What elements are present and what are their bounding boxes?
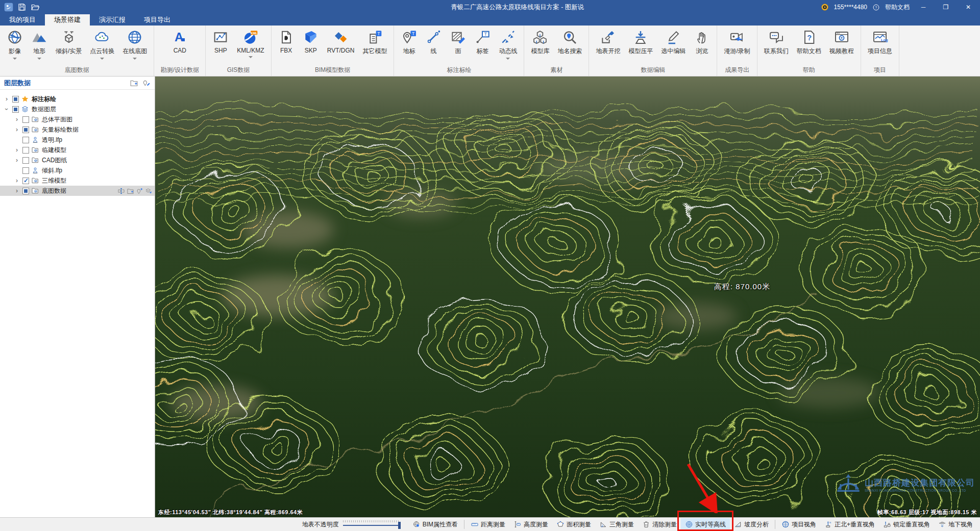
tab-my-projects[interactable]: 我的项目 [0, 14, 45, 26]
add-folder-icon[interactable] [127, 187, 134, 195]
slider-handle[interactable] [398, 522, 401, 529]
ribbon-button-kml-kmz[interactable]: KMLKML/KMZ [233, 28, 267, 59]
ribbon-button-roam-record[interactable]: 漫游/录制 [720, 28, 753, 61]
layer-row-basemap-data[interactable]: ›底图数据 [0, 186, 155, 196]
svg-text:?: ? [875, 6, 877, 9]
ribbon-button-pointcloud-convert[interactable]: 点云转换 [86, 28, 118, 61]
view-stats-readout: 帧率:68.63 层级:17 视地面:898.15 米 [877, 509, 977, 516]
vip-coin-icon[interactable] [821, 3, 829, 11]
layer-row-vector-plot-data[interactable]: ›矢量标绘数据 [0, 124, 155, 135]
ribbon-group-label: 勘测/设计数据 [154, 65, 205, 76]
minimize-button[interactable]: ─ [915, 0, 932, 14]
roam-record-icon [729, 29, 745, 45]
layer-checkbox[interactable] [22, 157, 29, 164]
ribbon-group-label: 标注标绘 [394, 65, 524, 76]
lock-vertical-view-button[interactable]: 锁定垂直视角 [879, 518, 934, 531]
bim-attr-view-button[interactable]: BIM属性查看 [408, 518, 462, 531]
user-account[interactable]: 155****4480 [834, 4, 867, 11]
layer-checkbox[interactable] [22, 178, 29, 184]
save-icon[interactable] [17, 3, 27, 12]
map-viewport[interactable]: 高程: 870.00米 东经:113°45'04.53" 北纬:38°19'44… [155, 77, 980, 517]
ribbon-button-place-search[interactable]: 地名搜索 [554, 28, 585, 61]
help-doc-link[interactable]: 帮助文档 [885, 3, 910, 12]
triangle-measure-icon [599, 520, 607, 528]
layer-row-temp-model[interactable]: ›临建模型 [0, 145, 155, 155]
surface-opacity-slider[interactable] [343, 520, 403, 528]
draw-placemark-icon[interactable] [142, 79, 151, 87]
rename-icon[interactable] [117, 187, 125, 195]
expander-icon[interactable]: › [13, 177, 20, 184]
ribbon-button-video-tutorial[interactable]: 视频教程 [826, 28, 857, 61]
ribbon-button-cad[interactable]: ACAD [168, 28, 191, 59]
underground-view-button[interactable]: 地下视角 [934, 518, 977, 531]
ribbon-button-fbx[interactable]: FBX [275, 28, 298, 59]
ribbon-button-contact-us[interactable]: 联系我们 [761, 28, 792, 61]
north-vertical-view-button[interactable]: N正北+垂直视角 [820, 518, 879, 531]
ribbon-button-help-doc[interactable]: ?帮助文档 [793, 28, 825, 61]
ribbon-button-model-library[interactable]: 模型库 [527, 28, 553, 61]
ribbon-button-browse[interactable]: 浏览 [690, 28, 714, 61]
ribbon-button-online-basemap[interactable]: 在线底图 [119, 28, 151, 61]
layer-row-3d-model[interactable]: ›三维模型 [0, 175, 155, 186]
add-placemark-icon[interactable] [136, 187, 143, 195]
layer-row-oblique-lfp[interactable]: 倾斜.lfp [0, 165, 155, 175]
ribbon-button-project-info[interactable]: Logo项目信息 [864, 28, 896, 61]
expander-icon[interactable]: › [13, 146, 20, 154]
tab-presentation[interactable]: 演示汇报 [90, 14, 135, 26]
layer-checkbox[interactable] [22, 147, 29, 154]
layer-row-transparent-lfp[interactable]: 透明.lfp [0, 135, 155, 145]
layer-row-annotation-plot[interactable]: ›标注标绘 [0, 94, 155, 104]
ribbon-button-line[interactable]: 线 [422, 28, 445, 61]
layer-checkbox[interactable] [22, 137, 29, 143]
tab-project-export[interactable]: 项目导出 [135, 14, 180, 26]
ribbon-group-label: BIM模型数据 [272, 65, 394, 76]
ribbon-button-model-flatten[interactable]: 模型压平 [625, 28, 656, 61]
expander-icon[interactable]: › [13, 116, 20, 123]
expander-icon[interactable]: › [13, 187, 20, 194]
ribbon-button-oblique-photo[interactable]: 倾斜/实景 [52, 28, 85, 61]
ribbon-button-placemark[interactable]: T地标 [397, 28, 421, 61]
ribbon-button-select-edit[interactable]: 选中编辑 [657, 28, 689, 61]
area-measure-button[interactable]: 面积测量 [552, 518, 595, 531]
move-layer-icon[interactable] [145, 187, 153, 195]
clear-measure-button[interactable]: 清除测量 [638, 518, 681, 531]
ribbon-button-image[interactable]: 影像 [3, 28, 27, 61]
project-view-button[interactable]: 项目视角 [777, 518, 820, 531]
layer-checkbox[interactable] [22, 116, 29, 123]
ribbon-button-rvt-dgn[interactable]: RVT/DGN [324, 28, 358, 59]
expander-icon[interactable]: › [13, 157, 20, 164]
close-button[interactable]: ✕ [960, 0, 977, 14]
distance-measure-icon [471, 520, 479, 528]
layer-checkbox[interactable] [22, 127, 29, 133]
ribbon-button-label[interactable]: T标签 [471, 28, 494, 61]
height-measure-button[interactable]: 高度测量 [509, 518, 552, 531]
ribbon-button-polygon[interactable]: 面 [446, 28, 470, 61]
ribbon-button-dynamic-line[interactable]: 动态线 [495, 28, 521, 61]
ribbon-button-surface-dig[interactable]: 地表开挖 [592, 28, 624, 61]
triangle-measure-button[interactable]: 三角测量 [595, 518, 638, 531]
layer-row-cad-drawing[interactable]: ›CAD图纸 [0, 155, 155, 165]
slope-analysis-button[interactable]: 坡度分析 [730, 518, 773, 531]
ribbon-button-shp[interactable]: SHP [209, 28, 232, 59]
open-project-icon[interactable] [31, 3, 40, 12]
layer-checkbox[interactable] [22, 167, 29, 174]
ribbon-button-terrain[interactable]: 地形 [28, 28, 51, 61]
realtime-contour-button[interactable]: 实时等高线 [681, 518, 730, 531]
layer-row-overall-plan[interactable]: ›总体平面图 [0, 114, 155, 124]
expander-icon[interactable]: › [3, 95, 10, 103]
layer-checkbox[interactable] [12, 96, 19, 103]
maximize-button[interactable]: ❐ [937, 0, 954, 14]
ribbon-button-skp[interactable]: SKP [299, 28, 323, 59]
distance-measure-button[interactable]: 距离测量 [467, 518, 509, 531]
help-circle-icon[interactable]: ? [872, 4, 880, 11]
expander-icon[interactable]: › [13, 126, 20, 133]
layer-checkbox[interactable] [22, 188, 29, 194]
browse-hand-icon [694, 29, 710, 45]
add-folder-icon[interactable] [130, 79, 138, 87]
ribbon-button-other-model[interactable]: T其它模型 [359, 28, 390, 61]
expander-icon[interactable]: › [3, 106, 10, 113]
layer-checkbox[interactable] [12, 106, 19, 113]
height-measure-icon [513, 520, 522, 528]
layer-row-data-layers[interactable]: ›数据图层 [0, 104, 155, 114]
tab-scene-build[interactable]: 场景搭建 [45, 14, 90, 26]
